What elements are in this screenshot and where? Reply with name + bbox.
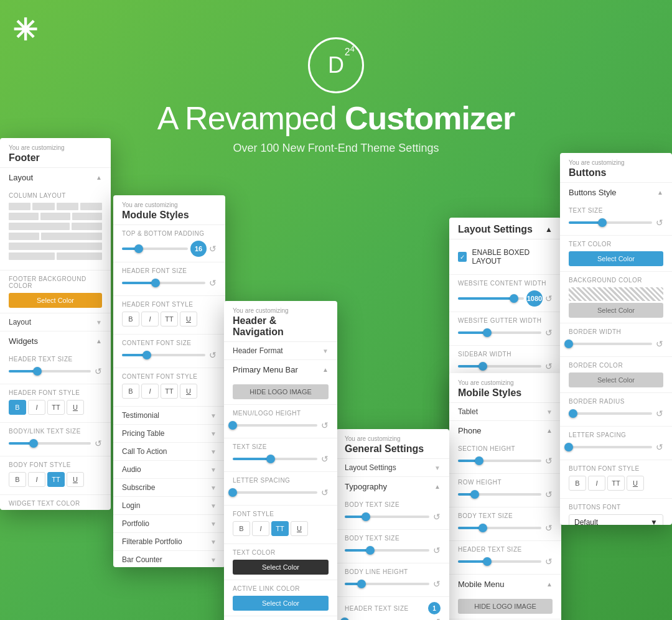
btn-underline-button[interactable]: U <box>627 476 644 491</box>
menu-logo-height-reset-icon[interactable]: ↺ <box>321 420 329 430</box>
g-header-text-size-label: HEADER TEXT SIZE <box>345 605 409 612</box>
module-header-font-style-label: HEADER FONT STYLE <box>122 301 217 308</box>
hn-underline-button[interactable]: U <box>291 521 308 536</box>
tt-button[interactable]: TT <box>47 400 65 415</box>
body-italic-button[interactable]: I <box>28 472 45 487</box>
m-italic-button[interactable]: I <box>141 312 159 326</box>
m-section-height-reset-icon[interactable]: ↺ <box>545 456 553 466</box>
btn-border-color-label: BORDER COLOR <box>569 362 663 369</box>
m-header-text-size-reset-icon[interactable]: ↺ <box>545 557 553 567</box>
module-item-testimonial[interactable]: Testimonial▼ <box>113 407 225 425</box>
btn-border-width-reset-icon[interactable]: ↺ <box>656 339 663 349</box>
body-link-size-reset-icon[interactable]: ↺ <box>95 438 102 448</box>
padding-reset-icon[interactable]: ↺ <box>209 244 217 254</box>
g-body-text-size-reset-icon[interactable]: ↺ <box>433 512 441 522</box>
body-tt-button[interactable]: TT <box>47 472 65 487</box>
m-hide-logo-section: HIDE LOGO IMAGE <box>449 594 561 619</box>
btn-text-color-button[interactable]: Select Color <box>569 251 663 266</box>
mobile-menu-section-toggle[interactable]: Mobile Menu ▲ <box>449 575 561 594</box>
layout-section-toggle[interactable]: Layout ▲ <box>0 168 111 187</box>
hn-text-color-button[interactable]: Select Color <box>233 560 329 575</box>
module-content-font-size-section: CONTENT FONT SIZE ↺ <box>113 335 225 368</box>
mc-italic-button[interactable]: I <box>141 384 159 399</box>
hn-active-link-button[interactable]: Select Color <box>233 596 329 611</box>
hn-letter-spacing-reset-icon[interactable]: ↺ <box>321 488 329 497</box>
module-item-filterable-portfolio[interactable]: Filterable Portfolio▼ <box>113 533 225 551</box>
panel-mobile-title: Mobile Styles <box>458 387 521 398</box>
widgets-section-toggle[interactable]: Widgets ▲ <box>0 331 111 351</box>
sidebar-width-reset-icon[interactable]: ↺ <box>545 361 553 371</box>
module-item-audio[interactable]: Audio▼ <box>113 461 225 479</box>
g-header-text-size-section: HEADER TEXT SIZE 1 ↺ <box>336 597 449 620</box>
layout-dropdown-row[interactable]: Layout ▼ <box>0 313 111 331</box>
module-item-login[interactable]: Login▼ <box>113 497 225 515</box>
btn-bg-color-button[interactable]: Select Color <box>569 303 663 318</box>
panel-layout-close-icon[interactable]: ▲ <box>545 225 553 234</box>
module-item-subscribe[interactable]: Subscribe▼ <box>113 479 225 497</box>
module-content-font-size-reset-icon[interactable]: ↺ <box>209 350 217 360</box>
module-item-portfolio[interactable]: Portfolio▼ <box>113 515 225 533</box>
hn-font-style-label: FONT STYLE <box>233 511 329 517</box>
m-tt-button[interactable]: TT <box>161 312 178 326</box>
m-hide-logo-button[interactable]: HIDE LOGO IMAGE <box>458 599 553 614</box>
module-item-pricing-table[interactable]: Pricing Table▼ <box>113 425 225 443</box>
module-item-call-to-action[interactable]: Call To Action▼ <box>113 443 225 461</box>
hide-logo-button[interactable]: HIDE LOGO IMAGE <box>233 384 329 399</box>
bold-button[interactable]: B <box>9 400 26 415</box>
layout-settings-row[interactable]: Layout Settings ▼ <box>336 459 449 477</box>
btn-italic-button[interactable]: I <box>588 476 605 491</box>
layout-dropdown-label: Layout <box>9 318 31 326</box>
italic-button[interactable]: I <box>28 400 45 415</box>
btn-border-radius-reset-icon[interactable]: ↺ <box>656 409 663 419</box>
btn-bold-button[interactable]: B <box>569 476 586 491</box>
header-format-arrow-icon: ▼ <box>322 348 329 354</box>
g-body-text-size2-reset-icon[interactable]: ↺ <box>433 545 441 555</box>
module-header-font-size-reset-icon[interactable]: ↺ <box>209 278 217 288</box>
login-label: Login <box>122 501 140 510</box>
m-body-text-size-section: BODY TEXT SIZE ↺ <box>449 507 561 541</box>
header-text-size-label: HEADER TEXT SIZE <box>9 356 102 363</box>
underline-button[interactable]: U <box>67 400 84 415</box>
menu-logo-height-label: MENU/LOGO HEIGHT <box>233 410 329 417</box>
typography-label: Typography <box>345 482 387 491</box>
buttons-style-section-toggle[interactable]: Buttons Style ▲ <box>560 183 672 202</box>
g-body-text-size-section: BODY TEXT SIZE ↺ <box>336 496 449 530</box>
g-body-line-height-reset-icon[interactable]: ↺ <box>433 579 441 589</box>
layout-arrow-icon: ▲ <box>96 174 102 181</box>
mc-bold-button[interactable]: B <box>122 384 139 399</box>
content-width-reset-icon[interactable]: ↺ <box>545 294 553 303</box>
m-section-height-section: SECTION HEIGHT ↺ <box>449 440 561 474</box>
mc-tt-button[interactable]: TT <box>161 384 178 399</box>
panel-general-settings: You are customizing General Settings Lay… <box>336 429 449 620</box>
layout-settings-label: Layout Settings <box>345 463 396 472</box>
btn-border-color-button[interactable]: Select Color <box>569 372 663 387</box>
btn-text-size-reset-icon[interactable]: ↺ <box>656 218 663 228</box>
module-item-bar-counter[interactable]: Bar Counter▼ <box>113 551 225 567</box>
m-row-height-reset-icon[interactable]: ↺ <box>545 489 553 499</box>
phone-section-toggle[interactable]: Phone ▲ <box>449 421 561 440</box>
menu-logo-height-section: MENU/LOGO HEIGHT ↺ <box>224 405 337 438</box>
m-bold-button[interactable]: B <box>122 312 139 326</box>
body-bold-button[interactable]: B <box>9 472 26 487</box>
header-text-size-reset-icon[interactable]: ↺ <box>95 366 102 376</box>
primary-menu-bar-toggle[interactable]: Primary Menu Bar ▲ <box>224 360 337 379</box>
body-underline-button[interactable]: U <box>67 472 84 487</box>
hn-tt-button[interactable]: TT <box>271 521 289 536</box>
m-underline-button[interactable]: U <box>180 312 197 326</box>
tablet-row[interactable]: Tablet ▼ <box>449 403 561 421</box>
footer-bg-color-button[interactable]: Select Color <box>9 293 102 308</box>
panel-layout-title: Layout Settings <box>458 224 533 235</box>
mc-underline-button[interactable]: U <box>180 384 197 399</box>
header-format-row[interactable]: Header Format ▼ <box>224 342 337 360</box>
typography-section-toggle[interactable]: Typography ▲ <box>336 477 449 496</box>
hn-italic-button[interactable]: I <box>252 521 269 536</box>
g-header-text-size-reset-icon[interactable]: ↺ <box>433 617 441 620</box>
btn-font-select[interactable]: Default ▼ <box>569 514 663 525</box>
btn-tt-button[interactable]: TT <box>607 476 625 491</box>
m-body-text-size-reset-icon[interactable]: ↺ <box>545 523 553 533</box>
gutter-width-reset-icon[interactable]: ↺ <box>545 328 553 338</box>
boxed-layout-checkbox[interactable]: ✓ <box>458 252 467 262</box>
btn-letter-spacing-reset-icon[interactable]: ↺ <box>656 442 663 452</box>
hn-bold-button[interactable]: B <box>233 521 250 536</box>
hn-text-size-reset-icon[interactable]: ↺ <box>321 454 329 464</box>
